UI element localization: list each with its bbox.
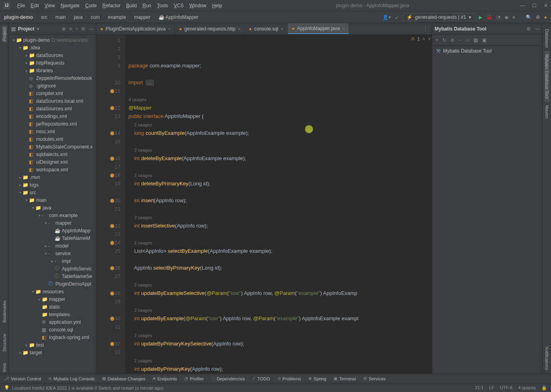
left-tool-structure[interactable]: Structure (2, 332, 7, 353)
tree-node[interactable]: ◧sqldialects.xml (9, 150, 96, 158)
tree-node[interactable]: ▾▫mapper (9, 219, 96, 227)
menu-run[interactable]: Run (140, 3, 154, 8)
status-message[interactable]: Localized IntelliJ IDEA 2022.1 is availa… (12, 386, 163, 390)
expand-icon[interactable]: ≡ (69, 26, 72, 32)
tree-node[interactable]: ▦console.sql (9, 326, 96, 333)
bottom-tool-terminal[interactable]: ▣Terminal (333, 376, 356, 381)
code-line[interactable] (125, 137, 432, 146)
tree-node[interactable]: ☕TableNameM (9, 234, 96, 242)
bottom-tool-services[interactable]: ⚙Services (363, 376, 386, 381)
code-area[interactable]: package com.example.mapper;import ...4 u… (125, 35, 432, 374)
tree-node[interactable]: ▾📁main (9, 196, 96, 204)
maximize-icon[interactable]: ☐ (532, 3, 537, 8)
remove-icon[interactable]: − (458, 37, 461, 43)
code-line[interactable]: public interface AppInfoMapper { (125, 112, 432, 120)
run-config-selector[interactable]: ⚡ generated-requests | #1 ▾ (403, 13, 474, 21)
menu-build[interactable]: Build (123, 3, 140, 8)
bottom-tool-problems[interactable]: ⊘Problems (277, 376, 301, 381)
code-line[interactable]: 2 usages (125, 120, 432, 129)
nav-icon[interactable]: ⬤ (110, 264, 114, 272)
menu-window[interactable]: Window (187, 3, 209, 8)
tree-node[interactable]: ▸📁test (9, 341, 96, 349)
code-line[interactable]: 2 usages (125, 331, 432, 339)
left-tool-project[interactable]: Project (2, 26, 7, 43)
coverage-icon[interactable]: ◔ (496, 14, 500, 20)
menu-vcs[interactable]: VCS (171, 3, 187, 8)
gear-icon[interactable]: ⚙ (527, 26, 531, 32)
code-line[interactable]: @Mapper (125, 104, 432, 112)
nav-icon[interactable]: ⬤ (110, 87, 114, 95)
nav-icon[interactable]: ⬤ (110, 221, 114, 230)
status-line-sep[interactable]: LF (489, 385, 494, 390)
tree-node[interactable]: ◧misc.xml (9, 128, 96, 135)
tab-close-icon[interactable]: × (168, 26, 171, 31)
code-line[interactable] (125, 188, 432, 196)
code-line[interactable] (125, 255, 432, 264)
code-line[interactable]: 2 usages (125, 171, 432, 179)
close-icon[interactable]: ✕ (544, 3, 548, 8)
next-highlight-icon[interactable]: ∨ (428, 36, 431, 41)
inspection-widget[interactable]: ⚠ 1 ∧ ∨ (411, 36, 431, 41)
code-line[interactable]: int updateByExampleSelective(@Param("row… (125, 289, 432, 297)
project-tree[interactable]: ▾📁plugin-demoD:\workspace\plu▾📁.idea▸📁da… (9, 35, 96, 374)
tree-node[interactable]: ◎.gitignore (9, 82, 96, 89)
right-tool-mybatis[interactable]: Mybatis Database Tool (545, 51, 549, 102)
code-line[interactable] (125, 323, 432, 331)
nav-icon[interactable]: ⬤ (110, 154, 114, 162)
menu-help[interactable]: Help (209, 3, 225, 8)
build-icon[interactable]: ↙ (395, 14, 399, 20)
refresh-icon[interactable]: ↻ (442, 37, 446, 43)
menu-navigate[interactable]: Navigate (58, 3, 82, 8)
add-icon[interactable]: + (435, 37, 438, 43)
code-line[interactable]: package com.example.mapper; (125, 61, 432, 70)
code-line[interactable]: 2 usages (125, 280, 432, 289)
breadcrumb-item[interactable]: example (108, 14, 126, 20)
menu-code[interactable]: Code (82, 3, 100, 8)
code-line[interactable]: 2 usages (125, 238, 432, 247)
select-opened-icon[interactable]: ⊕ (62, 26, 66, 32)
tree-node[interactable]: ◧uiDesigner.xml (9, 158, 96, 166)
tree-node[interactable]: 📁static (9, 303, 96, 311)
user-icon[interactable]: 👤▾ (382, 14, 391, 20)
bottom-tool-todo[interactable]: ✓TODO (252, 376, 270, 381)
prev-highlight-icon[interactable]: ∧ (422, 36, 425, 41)
tree-node[interactable]: ◧dataSources.xml (9, 105, 96, 112)
nav-icon[interactable]: ⬤ (110, 129, 114, 137)
code-line[interactable] (125, 297, 432, 306)
tree-node[interactable]: ⒸPluginDemoAppl (9, 280, 96, 288)
editor-body[interactable]: 123910⬤11⬤1213⬤1415⬤1617⬤1819⬤2021⬤2223⬤… (96, 35, 432, 374)
minimize-icon[interactable]: — (520, 3, 525, 8)
nav-icon[interactable]: ⬤ (110, 104, 114, 112)
code-line[interactable]: 4 usages (125, 95, 432, 104)
code-line[interactable]: int insert(AppInfo row); (125, 196, 432, 205)
bottom-tool-database-changes[interactable]: ▦Database Changes (102, 376, 145, 381)
bottom-tool-spring[interactable]: ❀Spring (308, 376, 326, 381)
breadcrumb-item[interactable]: java (74, 14, 83, 20)
nav-icon[interactable]: ⬤ (110, 196, 114, 205)
tree-node[interactable]: ▾📁.idea (9, 44, 96, 51)
readonly-lock-icon[interactable]: 🔒 (541, 385, 547, 390)
breadcrumb-item[interactable]: ☕ AppInfoMapper (159, 14, 199, 20)
code-line[interactable]: int deleteByExample(AppInfoExample examp… (125, 154, 432, 162)
breadcrumb-item[interactable]: com (91, 14, 100, 20)
code-line[interactable]: 2 usages (125, 306, 432, 314)
tree-node[interactable]: ◧workspace.xml (9, 166, 96, 173)
code-line[interactable] (125, 87, 432, 95)
tree-node[interactable]: ▾▫com.example (9, 211, 96, 219)
editor-tab[interactable]: ●PluginDemoApplication.java× (96, 23, 175, 34)
code-line[interactable]: import ... (125, 78, 432, 87)
status-caret-pos[interactable]: 21:1 (475, 385, 484, 390)
tree-node[interactable]: ▸▫model (9, 242, 96, 250)
tree-node[interactable]: ▾📁plugin-demoD:\workspace\plu (9, 36, 96, 44)
bottom-tool-mybatis-log-console[interactable]: ≋Mybatis Log Console (48, 376, 95, 381)
tree-node[interactable]: ◎ZeppelinRemoteNotebook (9, 74, 96, 82)
tab-close-icon[interactable]: × (342, 26, 345, 31)
breadcrumb-item[interactable]: mapper (134, 14, 150, 20)
run-icon[interactable]: ▶ (479, 14, 482, 20)
code-line[interactable]: 2 usages (125, 146, 432, 154)
bottom-tool-version-control[interactable]: ⎇Version Control (4, 376, 41, 381)
code-line[interactable] (125, 272, 432, 280)
code-line[interactable] (125, 162, 432, 171)
tree-node[interactable]: ◧jarRepositories.xml (9, 120, 96, 128)
hide-icon[interactable]: — (535, 26, 540, 32)
